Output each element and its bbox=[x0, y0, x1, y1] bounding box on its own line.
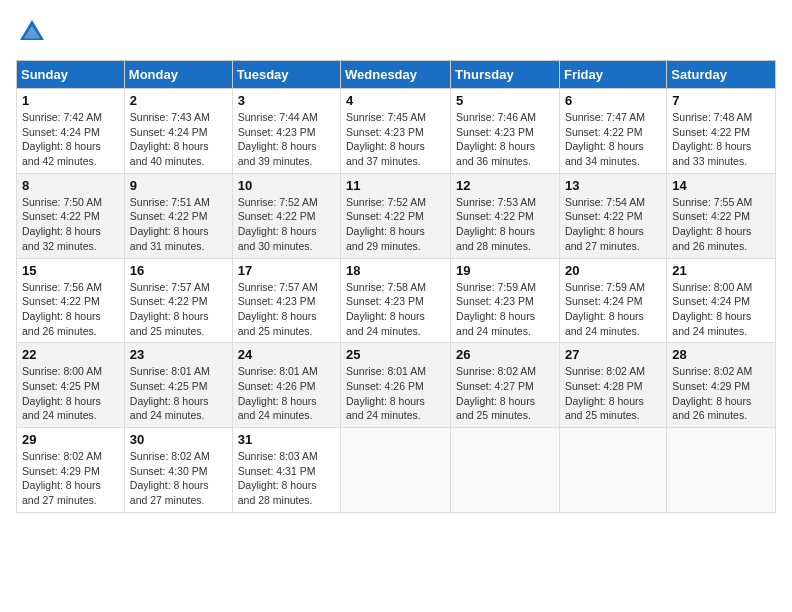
calendar-week-row: 29 Sunrise: 8:02 AM Sunset: 4:29 PM Dayl… bbox=[17, 428, 776, 513]
daylight-label: Daylight: 8 hours and 29 minutes. bbox=[346, 225, 425, 252]
daylight-label: Daylight: 8 hours and 25 minutes. bbox=[238, 310, 317, 337]
day-number: 10 bbox=[238, 178, 335, 193]
daylight-label: Daylight: 8 hours and 26 minutes. bbox=[672, 225, 751, 252]
daylight-label: Daylight: 8 hours and 27 minutes. bbox=[565, 225, 644, 252]
sunrise-label: Sunrise: 7:45 AM bbox=[346, 111, 426, 123]
sunset-label: Sunset: 4:24 PM bbox=[565, 295, 643, 307]
calendar-cell: 23 Sunrise: 8:01 AM Sunset: 4:25 PM Dayl… bbox=[124, 343, 232, 428]
calendar-header-saturday: Saturday bbox=[667, 61, 776, 89]
daylight-label: Daylight: 8 hours and 25 minutes. bbox=[456, 395, 535, 422]
calendar-cell: 5 Sunrise: 7:46 AM Sunset: 4:23 PM Dayli… bbox=[451, 89, 560, 174]
day-number: 18 bbox=[346, 263, 445, 278]
day-number: 9 bbox=[130, 178, 227, 193]
sunset-label: Sunset: 4:26 PM bbox=[346, 380, 424, 392]
daylight-label: Daylight: 8 hours and 32 minutes. bbox=[22, 225, 101, 252]
calendar-week-row: 15 Sunrise: 7:56 AM Sunset: 4:22 PM Dayl… bbox=[17, 258, 776, 343]
sunset-label: Sunset: 4:23 PM bbox=[346, 126, 424, 138]
daylight-label: Daylight: 8 hours and 27 minutes. bbox=[22, 479, 101, 506]
sunset-label: Sunset: 4:22 PM bbox=[238, 210, 316, 222]
calendar-cell: 30 Sunrise: 8:02 AM Sunset: 4:30 PM Dayl… bbox=[124, 428, 232, 513]
sunset-label: Sunset: 4:26 PM bbox=[238, 380, 316, 392]
daylight-label: Daylight: 8 hours and 33 minutes. bbox=[672, 140, 751, 167]
day-info: Sunrise: 7:50 AM Sunset: 4:22 PM Dayligh… bbox=[22, 195, 119, 254]
sunset-label: Sunset: 4:24 PM bbox=[672, 295, 750, 307]
daylight-label: Daylight: 8 hours and 42 minutes. bbox=[22, 140, 101, 167]
day-number: 20 bbox=[565, 263, 661, 278]
sunset-label: Sunset: 4:22 PM bbox=[565, 126, 643, 138]
sunrise-label: Sunrise: 8:02 AM bbox=[672, 365, 752, 377]
sunrise-label: Sunrise: 7:46 AM bbox=[456, 111, 536, 123]
day-number: 12 bbox=[456, 178, 554, 193]
calendar-header-thursday: Thursday bbox=[451, 61, 560, 89]
day-number: 31 bbox=[238, 432, 335, 447]
calendar-week-row: 22 Sunrise: 8:00 AM Sunset: 4:25 PM Dayl… bbox=[17, 343, 776, 428]
sunrise-label: Sunrise: 7:59 AM bbox=[456, 281, 536, 293]
sunrise-label: Sunrise: 7:53 AM bbox=[456, 196, 536, 208]
sunrise-label: Sunrise: 7:52 AM bbox=[346, 196, 426, 208]
calendar-cell: 29 Sunrise: 8:02 AM Sunset: 4:29 PM Dayl… bbox=[17, 428, 125, 513]
day-info: Sunrise: 7:59 AM Sunset: 4:23 PM Dayligh… bbox=[456, 280, 554, 339]
sunrise-label: Sunrise: 7:50 AM bbox=[22, 196, 102, 208]
sunset-label: Sunset: 4:28 PM bbox=[565, 380, 643, 392]
sunrise-label: Sunrise: 7:57 AM bbox=[130, 281, 210, 293]
day-info: Sunrise: 8:01 AM Sunset: 4:26 PM Dayligh… bbox=[238, 364, 335, 423]
daylight-label: Daylight: 8 hours and 26 minutes. bbox=[672, 395, 751, 422]
calendar-cell: 13 Sunrise: 7:54 AM Sunset: 4:22 PM Dayl… bbox=[559, 173, 666, 258]
calendar-header-tuesday: Tuesday bbox=[232, 61, 340, 89]
calendar-cell: 22 Sunrise: 8:00 AM Sunset: 4:25 PM Dayl… bbox=[17, 343, 125, 428]
calendar-cell: 2 Sunrise: 7:43 AM Sunset: 4:24 PM Dayli… bbox=[124, 89, 232, 174]
sunset-label: Sunset: 4:27 PM bbox=[456, 380, 534, 392]
day-number: 5 bbox=[456, 93, 554, 108]
calendar-cell: 27 Sunrise: 8:02 AM Sunset: 4:28 PM Dayl… bbox=[559, 343, 666, 428]
day-info: Sunrise: 7:52 AM Sunset: 4:22 PM Dayligh… bbox=[346, 195, 445, 254]
day-number: 28 bbox=[672, 347, 770, 362]
sunrise-label: Sunrise: 7:59 AM bbox=[565, 281, 645, 293]
day-number: 1 bbox=[22, 93, 119, 108]
day-number: 29 bbox=[22, 432, 119, 447]
daylight-label: Daylight: 8 hours and 25 minutes. bbox=[130, 310, 209, 337]
calendar-cell: 21 Sunrise: 8:00 AM Sunset: 4:24 PM Dayl… bbox=[667, 258, 776, 343]
sunrise-label: Sunrise: 8:00 AM bbox=[672, 281, 752, 293]
day-info: Sunrise: 7:53 AM Sunset: 4:22 PM Dayligh… bbox=[456, 195, 554, 254]
sunset-label: Sunset: 4:23 PM bbox=[238, 295, 316, 307]
calendar-week-row: 1 Sunrise: 7:42 AM Sunset: 4:24 PM Dayli… bbox=[17, 89, 776, 174]
sunrise-label: Sunrise: 8:03 AM bbox=[238, 450, 318, 462]
sunset-label: Sunset: 4:22 PM bbox=[22, 210, 100, 222]
daylight-label: Daylight: 8 hours and 24 minutes. bbox=[456, 310, 535, 337]
day-number: 27 bbox=[565, 347, 661, 362]
daylight-label: Daylight: 8 hours and 24 minutes. bbox=[130, 395, 209, 422]
day-info: Sunrise: 8:02 AM Sunset: 4:29 PM Dayligh… bbox=[22, 449, 119, 508]
sunset-label: Sunset: 4:22 PM bbox=[130, 210, 208, 222]
day-info: Sunrise: 8:03 AM Sunset: 4:31 PM Dayligh… bbox=[238, 449, 335, 508]
sunrise-label: Sunrise: 7:52 AM bbox=[238, 196, 318, 208]
daylight-label: Daylight: 8 hours and 27 minutes. bbox=[130, 479, 209, 506]
calendar-cell: 28 Sunrise: 8:02 AM Sunset: 4:29 PM Dayl… bbox=[667, 343, 776, 428]
calendar-header-monday: Monday bbox=[124, 61, 232, 89]
day-number: 22 bbox=[22, 347, 119, 362]
day-info: Sunrise: 7:56 AM Sunset: 4:22 PM Dayligh… bbox=[22, 280, 119, 339]
daylight-label: Daylight: 8 hours and 34 minutes. bbox=[565, 140, 644, 167]
calendar-week-row: 8 Sunrise: 7:50 AM Sunset: 4:22 PM Dayli… bbox=[17, 173, 776, 258]
calendar-cell: 1 Sunrise: 7:42 AM Sunset: 4:24 PM Dayli… bbox=[17, 89, 125, 174]
calendar-cell bbox=[667, 428, 776, 513]
day-number: 30 bbox=[130, 432, 227, 447]
day-number: 13 bbox=[565, 178, 661, 193]
sunset-label: Sunset: 4:25 PM bbox=[130, 380, 208, 392]
calendar-cell: 16 Sunrise: 7:57 AM Sunset: 4:22 PM Dayl… bbox=[124, 258, 232, 343]
calendar-cell: 8 Sunrise: 7:50 AM Sunset: 4:22 PM Dayli… bbox=[17, 173, 125, 258]
calendar-cell: 17 Sunrise: 7:57 AM Sunset: 4:23 PM Dayl… bbox=[232, 258, 340, 343]
logo-icon bbox=[16, 16, 48, 48]
sunset-label: Sunset: 4:31 PM bbox=[238, 465, 316, 477]
day-info: Sunrise: 8:01 AM Sunset: 4:25 PM Dayligh… bbox=[130, 364, 227, 423]
sunset-label: Sunset: 4:22 PM bbox=[346, 210, 424, 222]
calendar-cell: 25 Sunrise: 8:01 AM Sunset: 4:26 PM Dayl… bbox=[341, 343, 451, 428]
sunset-label: Sunset: 4:25 PM bbox=[22, 380, 100, 392]
calendar-cell: 3 Sunrise: 7:44 AM Sunset: 4:23 PM Dayli… bbox=[232, 89, 340, 174]
sunrise-label: Sunrise: 7:47 AM bbox=[565, 111, 645, 123]
calendar-cell: 11 Sunrise: 7:52 AM Sunset: 4:22 PM Dayl… bbox=[341, 173, 451, 258]
day-info: Sunrise: 7:57 AM Sunset: 4:23 PM Dayligh… bbox=[238, 280, 335, 339]
calendar-cell: 10 Sunrise: 7:52 AM Sunset: 4:22 PM Dayl… bbox=[232, 173, 340, 258]
day-number: 8 bbox=[22, 178, 119, 193]
calendar-cell: 31 Sunrise: 8:03 AM Sunset: 4:31 PM Dayl… bbox=[232, 428, 340, 513]
sunrise-label: Sunrise: 8:01 AM bbox=[346, 365, 426, 377]
